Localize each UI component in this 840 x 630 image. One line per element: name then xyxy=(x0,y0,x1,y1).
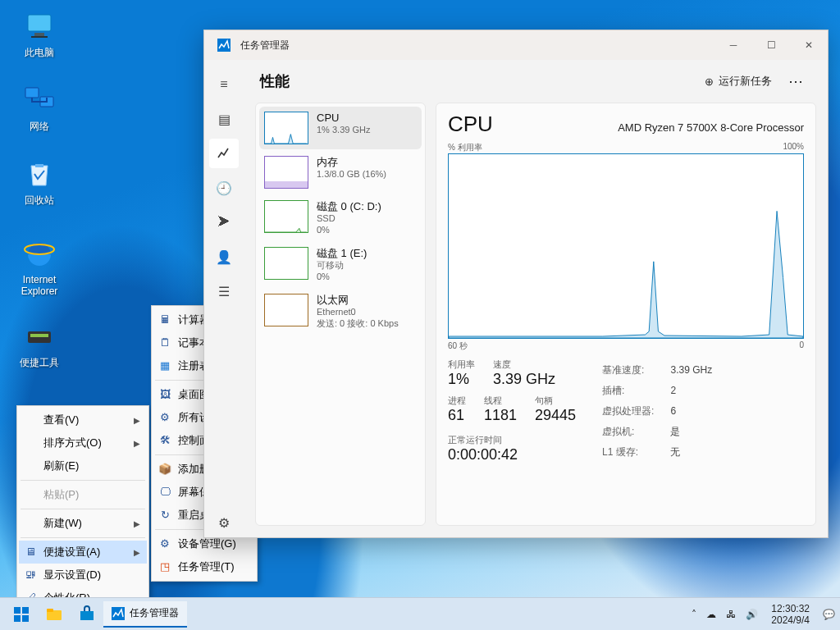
cpu-model: AMD Ryzen 7 5700X 8-Core Processor xyxy=(618,121,804,134)
minimize-button[interactable]: ─ xyxy=(714,30,752,60)
menu-paste: 粘贴(P) xyxy=(19,483,147,506)
tray-chevron-icon[interactable]: ˄ xyxy=(692,609,696,620)
menu-quick-settings[interactable]: 🖥便捷设置(A)▶ xyxy=(19,541,147,564)
chevron-right-icon: ▶ xyxy=(134,548,140,557)
tray-network-icon[interactable]: 🖧 xyxy=(726,609,736,620)
svg-rect-16 xyxy=(80,611,94,620)
processes-value: 61 xyxy=(448,407,466,424)
notepad-icon: 🗒 xyxy=(158,336,171,349)
nav-history[interactable]: 🕘 xyxy=(209,173,239,203)
perf-item-disk1[interactable]: 磁盘 1 (E:)可移动0% xyxy=(259,242,422,287)
uptime-value: 0:00:00:42 xyxy=(448,446,576,463)
nav-processes[interactable]: ▤ xyxy=(209,104,239,134)
chevron-right-icon: ▶ xyxy=(134,519,140,528)
nav-settings[interactable]: ⚙ xyxy=(209,508,239,537)
more-button[interactable]: ⋯ xyxy=(780,67,811,95)
label: 回收站 xyxy=(25,194,54,206)
taskbar-app-taskmanager[interactable]: 任务管理器 xyxy=(103,601,187,628)
svg-rect-12 xyxy=(14,615,21,622)
menu-refresh[interactable]: 刷新(E) xyxy=(19,454,147,477)
svg-rect-2 xyxy=(31,36,48,38)
taskbar-explorer[interactable] xyxy=(38,598,71,631)
svg-rect-10 xyxy=(14,607,21,614)
submenu-task-manager[interactable]: ◳任务管理(T) xyxy=(153,555,255,578)
desktop[interactable]: 此电脑 网络 回收站 InternetExplorer 便捷工具 查看(V)▶ … xyxy=(0,0,840,630)
threads-value: 1181 xyxy=(484,407,517,424)
window-title: 任务管理器 xyxy=(240,39,290,52)
screensaver-icon: 🖵 xyxy=(158,486,171,499)
tray-volume-icon[interactable]: 🔊 xyxy=(746,609,758,620)
network-icon xyxy=(23,84,56,116)
programs-icon: 📦 xyxy=(158,463,171,476)
menu-sort[interactable]: 排序方式(O)▶ xyxy=(19,431,147,454)
section-title: 性能 xyxy=(260,71,290,91)
chevron-right-icon: ▶ xyxy=(134,416,140,425)
cpu-chart[interactable] xyxy=(448,153,804,339)
taskman-icon: ◳ xyxy=(158,560,171,573)
label-l1: Internet xyxy=(23,274,57,285)
desktop-icon-this-pc[interactable]: 此电脑 xyxy=(10,10,69,60)
registry-icon: ▦ xyxy=(158,359,171,372)
tray-onedrive-icon[interactable]: ☁ xyxy=(706,609,716,620)
bin-icon xyxy=(23,158,56,190)
plus-icon: ⊕ xyxy=(705,75,714,88)
menu-new[interactable]: 新建(W)▶ xyxy=(19,512,147,535)
svg-rect-11 xyxy=(22,607,29,614)
chevron-right-icon: ▶ xyxy=(134,439,140,448)
svg-rect-3 xyxy=(25,88,39,98)
detail-title: CPU xyxy=(448,112,493,137)
svg-rect-0 xyxy=(28,15,51,31)
label: 网络 xyxy=(30,121,49,132)
perf-list: CPU1% 3.39 GHz 内存1.3/8.0 GB (16%) 磁盘 0 (… xyxy=(255,103,426,526)
perf-item-memory[interactable]: 内存1.3/8.0 GB (16%) xyxy=(259,151,422,194)
svg-rect-1 xyxy=(34,33,44,36)
close-button[interactable]: ✕ xyxy=(790,30,828,60)
calc-icon: 🖩 xyxy=(158,313,171,326)
desktop-icon-recycle-bin[interactable]: 回收站 xyxy=(10,158,69,208)
label: 此电脑 xyxy=(25,47,54,58)
menu-view[interactable]: 查看(V)▶ xyxy=(19,409,147,431)
nav-startup[interactable]: ⮞ xyxy=(209,208,239,237)
pc-icon xyxy=(23,10,56,43)
nav-users[interactable]: 👤 xyxy=(209,242,239,272)
disk0-thumb xyxy=(264,200,308,233)
restart-icon: ↻ xyxy=(158,509,171,522)
nav-rail: ≡ ▤ 🕘 ⮞ 👤 ☰ ⚙ xyxy=(204,60,244,537)
clock[interactable]: 12:30:32 2024/9/4 xyxy=(771,603,810,626)
desktop-icon-ie[interactable]: InternetExplorer xyxy=(10,238,69,297)
start-button[interactable] xyxy=(5,598,38,631)
maximize-button[interactable]: ☐ xyxy=(752,30,790,60)
desktop-context-menu: 查看(V)▶ 排序方式(O)▶ 刷新(E) 粘贴(P) 新建(W)▶ 🖥便捷设置… xyxy=(16,405,149,613)
nav-menu-button[interactable]: ≡ xyxy=(209,70,239,99)
new-task-button[interactable]: ⊕运行新任务 xyxy=(696,69,780,94)
titlebar[interactable]: 任务管理器 ─ ☐ ✕ xyxy=(204,30,828,60)
nav-details[interactable]: ☰ xyxy=(209,276,239,306)
ie-icon xyxy=(23,238,56,271)
handles-value: 29445 xyxy=(535,407,576,424)
label-l2: Explorer xyxy=(21,285,58,297)
perf-detail: CPUAMD Ryzen 7 5700X 8-Core Processor % … xyxy=(436,103,816,526)
task-manager-window: 任务管理器 ─ ☐ ✕ ≡ ▤ 🕘 ⮞ 👤 ☰ ⚙ 性能 xyxy=(203,30,829,538)
svg-rect-13 xyxy=(22,615,29,622)
taskbar-store[interactable] xyxy=(71,598,103,631)
desktop-icons-icon: 🖼 xyxy=(158,388,171,401)
taskbar[interactable]: 任务管理器 ˄ ☁ 🖧 🔊 12:30:32 2024/9/4 💬 xyxy=(0,597,840,630)
tray-notification-icon[interactable]: 💬 xyxy=(823,609,835,620)
perf-item-cpu[interactable]: CPU1% 3.39 GHz xyxy=(259,107,422,149)
disk1-thumb xyxy=(264,247,308,280)
svg-rect-15 xyxy=(47,609,53,612)
mem-thumb xyxy=(264,156,308,189)
control-panel-icon: 🛠 xyxy=(158,434,171,447)
svg-rect-8 xyxy=(30,334,48,337)
cpu-thumb xyxy=(264,112,308,144)
nav-performance[interactable] xyxy=(209,139,239,168)
desktop-icon-tools[interactable]: 便捷工具 xyxy=(10,320,69,370)
taskman-icon xyxy=(112,607,125,620)
desktop-icon-network[interactable]: 网络 xyxy=(10,84,69,134)
cpu-properties: 基准速度:3.39 GHz 插槽:2 虚拟处理器:6 虚拟机:是 L1 缓存:无 xyxy=(600,358,714,463)
perf-item-disk0[interactable]: 磁盘 0 (C: D:)SSD0% xyxy=(259,195,422,240)
perf-item-ethernet[interactable]: 以太网Ethernet0发送: 0 接收: 0 Kbps xyxy=(259,289,422,334)
settings-icon: ⚙ xyxy=(158,411,171,424)
menu-display-settings[interactable]: 🖳显示设置(D) xyxy=(19,564,147,587)
utilization-value: 1% xyxy=(448,371,475,388)
